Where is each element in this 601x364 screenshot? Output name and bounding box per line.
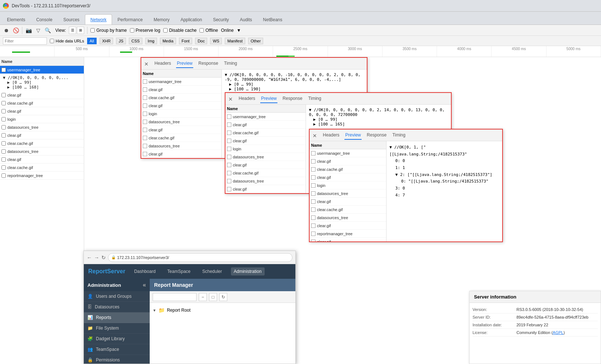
clear-btn[interactable]: 🚫 [12, 27, 19, 34]
panel1-row-login[interactable]: login [141, 110, 221, 118]
rm-minimize-btn[interactable]: − [199, 293, 207, 301]
filter-css-btn[interactable]: CSS [129, 38, 142, 44]
record-btn[interactable]: ⏺ [3, 27, 10, 34]
panel2-row-5[interactable]: datasources_tree [225, 153, 306, 161]
panel2-row-1[interactable]: clear.gif [225, 121, 306, 129]
rm-tree-root[interactable]: ▼ 📁 Report Root [153, 306, 292, 315]
panel1-row-clearcachegif2[interactable]: clear.cache.gif [141, 134, 221, 142]
refresh-button[interactable]: ↻ [101, 255, 106, 260]
report-manager-search[interactable] [153, 293, 197, 301]
panel1-row-clearcachegif1[interactable]: clear.cache.gif [141, 94, 221, 102]
rm-expand-btn[interactable]: □ [209, 293, 217, 301]
panel1-row-cleargif2[interactable]: clear.gif [141, 102, 221, 110]
filter-img-btn[interactable]: Img [145, 38, 157, 44]
filter-manifest-btn[interactable]: Manifest [225, 38, 245, 44]
agpl-link[interactable]: AGPL [553, 330, 563, 335]
sidebar-item-permissions[interactable]: 🔒 Permissions [84, 355, 150, 364]
filter-input[interactable] [3, 37, 47, 45]
panel2-row-8[interactable]: datasources_tree [225, 177, 306, 185]
panel2-row-6[interactable]: clear.gif [225, 161, 306, 169]
panel3-close[interactable]: ✕ [313, 133, 318, 138]
offline-checkbox[interactable]: Offline [199, 28, 218, 33]
panel3-tab-headers[interactable]: Headers [322, 131, 340, 140]
tab-netbeans[interactable]: NetBeans [258, 14, 288, 25]
panel3-row-11[interactable]: clear.gif [310, 238, 386, 241]
panel1-row-datasources2[interactable]: datasources_tree [141, 142, 221, 150]
filter-all-btn[interactable]: All [87, 38, 97, 44]
network-row-cleargif1[interactable]: clear.gif [0, 91, 84, 99]
panel2-tab-timing[interactable]: Timing [307, 94, 322, 103]
panel3-row-5[interactable]: datasources_tree [310, 189, 386, 198]
panel2-row-2[interactable]: clear.cache.gif [225, 129, 306, 137]
sidebar-item-teamspace[interactable]: 👥 TeamSpace [84, 344, 150, 355]
panel2-close[interactable]: ✕ [228, 96, 234, 101]
panel3-row-10[interactable]: reportmanager_tree [310, 230, 386, 238]
panel1-row-usermanager[interactable]: usermanager_tree [141, 78, 221, 86]
panel2-tab-response[interactable]: Response [282, 94, 303, 103]
rs-nav-dashboard[interactable]: Dashboard [131, 267, 158, 275]
panel3-row-4[interactable]: login [310, 181, 386, 189]
panel3-row-3[interactable]: clear.gif [310, 173, 386, 181]
panel3-row-8[interactable]: datasources_tree [310, 214, 386, 222]
tab-application[interactable]: Application [175, 14, 208, 25]
tab-network[interactable]: Network [85, 14, 112, 25]
panel2-row-4[interactable]: login [225, 145, 306, 153]
panel1-row-datasources1[interactable]: datasources_tree [141, 118, 221, 126]
filter-ws-btn[interactable]: WS [210, 38, 222, 44]
panel2-row-3[interactable]: clear.gif [225, 137, 306, 145]
network-row-datasources2[interactable]: datasources_tree [0, 147, 84, 155]
panel1-row-cleargif4[interactable]: clear.gif [141, 150, 221, 158]
hide-data-urls-checkbox[interactable]: Hide data URLs [50, 39, 84, 43]
filter-media-btn[interactable]: Media [160, 38, 176, 44]
panel3-row-6[interactable]: clear.gif [310, 198, 386, 206]
panel1-row-cleargif1[interactable]: clear.gif [141, 86, 221, 94]
filter-doc-btn[interactable]: Doc [195, 38, 208, 44]
panel1-close[interactable]: ✕ [144, 61, 149, 66]
network-row-clearcachegif3[interactable]: clear.cache.gif [0, 164, 84, 172]
network-row-clearcachegif1[interactable]: clear.cache.gif [0, 99, 84, 107]
rs-nav-teamspace[interactable]: TeamSpace [164, 267, 193, 275]
panel3-row-0[interactable]: usermanager_tree [310, 149, 386, 157]
tab-memory[interactable]: Memory [148, 14, 175, 25]
filter-font-btn[interactable]: Font [179, 38, 192, 44]
group-by-frame-checkbox[interactable]: Group by frame [90, 28, 127, 33]
panel3-row-9[interactable]: clear.gif [310, 222, 386, 230]
forward-button[interactable]: → [94, 255, 99, 260]
sidebar-item-users[interactable]: 👤 Users and Groups [84, 291, 150, 302]
view-large-btn[interactable]: ⊞ [77, 27, 84, 34]
panel1-row-cleargif3[interactable]: clear.gif [141, 126, 221, 134]
panel1-tab-preview[interactable]: Preview [176, 59, 193, 68]
rs-nav-administration[interactable]: Administration [231, 267, 265, 275]
tab-performance[interactable]: Performance [112, 14, 148, 25]
network-row-cleargif4[interactable]: clear.gif [0, 155, 84, 164]
panel3-row-7[interactable]: clear.cache.gif [310, 206, 386, 214]
filter-js-btn[interactable]: JS [116, 38, 126, 44]
disable-cache-checkbox[interactable]: Disable cache [163, 28, 197, 33]
sidebar-item-reports[interactable]: 📊 Reports [84, 312, 150, 323]
panel2-row-7[interactable]: clear.cache.gif [225, 169, 306, 177]
panel2-row-9[interactable]: clear.gif [225, 185, 306, 193]
panel1-tab-headers[interactable]: Headers [154, 59, 172, 68]
network-row-cleargif2[interactable]: clear.gif [0, 107, 84, 115]
camera-btn[interactable]: 📷 [25, 27, 32, 34]
preserve-log-checkbox[interactable]: Preserve log [130, 28, 160, 33]
panel2-tab-headers[interactable]: Headers [238, 94, 256, 103]
filter-other-btn[interactable]: Other [248, 38, 264, 44]
tab-security[interactable]: Security [208, 14, 234, 25]
network-row-datasources1[interactable]: datasources_tree [0, 123, 84, 131]
tab-console[interactable]: Console [31, 14, 58, 25]
tab-sources[interactable]: Sources [58, 14, 85, 25]
panel3-tab-timing[interactable]: Timing [392, 131, 406, 140]
search-btn[interactable]: 🔍 [44, 27, 51, 34]
network-row-login[interactable]: login [0, 115, 84, 123]
view-list-btn[interactable]: ☰ [69, 27, 76, 34]
network-row-reportmanager[interactable]: reportmanager_tree [0, 172, 84, 180]
panel2-row-0[interactable]: usermanager_tree [225, 113, 306, 121]
panel2-tab-preview[interactable]: Preview [260, 94, 277, 103]
panel3-tab-response[interactable]: Response [366, 131, 387, 140]
sidebar-item-filesystem[interactable]: 📁 File System [84, 323, 150, 334]
tab-audits[interactable]: Audits [234, 14, 257, 25]
panel3-row-2[interactable]: clear.cache.gif [310, 165, 386, 173]
rs-nav-scheduler[interactable]: Scheduler [199, 267, 225, 275]
panel1-tab-timing[interactable]: Timing [223, 59, 238, 68]
